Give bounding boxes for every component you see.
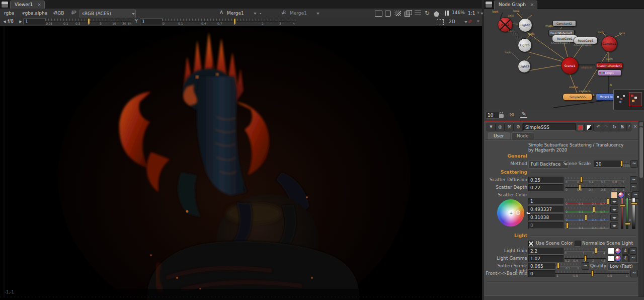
collapse-panel-icon[interactable]: ▼	[487, 123, 496, 131]
soften-slider[interactable]: 0 0.5 1	[555, 263, 580, 270]
view-mode-dropdown[interactable]: 2D	[447, 18, 468, 26]
roi-icon[interactable]	[437, 19, 444, 25]
soften-input[interactable]	[528, 263, 555, 270]
scene-scale-slider[interactable]: 0 1000	[620, 161, 629, 168]
pane-split-icon[interactable]	[1, 1, 9, 8]
soften-marker[interactable]	[557, 263, 559, 269]
pane-split-icon[interactable]	[485, 1, 493, 8]
layer-dropdown[interactable]: rgba.alpha	[21, 10, 56, 17]
blue-input[interactable]	[528, 214, 564, 221]
max-panels-input[interactable]	[486, 112, 500, 119]
node-simplesss[interactable]: SimpleSSS	[562, 93, 593, 101]
node-light5[interactable]: Light5	[518, 38, 532, 52]
minimap-viewport[interactable]	[629, 92, 642, 106]
color-picker-icon[interactable]	[615, 248, 621, 254]
gain-marker[interactable]	[595, 248, 597, 254]
tab-close-icon[interactable]: ×	[37, 2, 41, 7]
animation-button[interactable]: ~	[629, 255, 637, 262]
scatter-depth-slider[interactable]: 0 0.2 0.4 0.6 0.8 1	[566, 184, 625, 191]
channel-count-button[interactable]: 4	[622, 255, 629, 262]
input-process-toggle[interactable]: IP	[71, 10, 76, 15]
prev-icon[interactable]: ◀	[1, 19, 8, 25]
scatter-diffusion-input[interactable]	[528, 177, 564, 184]
tab-node[interactable]: Node	[511, 132, 534, 140]
wipe-icon[interactable]	[394, 11, 401, 16]
light-gain-slider[interactable]: 0 1 2 4	[565, 248, 606, 255]
nudge-buttons[interactable]: ◀▶	[610, 222, 618, 229]
paint-icon[interactable]: ✎	[466, 18, 472, 25]
light-gain-input[interactable]	[528, 248, 564, 255]
channel-count-button[interactable]: 4	[622, 248, 629, 255]
scatter-depth-input[interactable]	[528, 184, 564, 191]
gain-slider[interactable]: 0.01 0.1 0.3 1 3 10 30 64	[45, 18, 131, 25]
animation-button[interactable]: ~	[630, 176, 637, 184]
a-input-dropdown[interactable]: Merge1	[225, 10, 257, 17]
collapse-toolbar-icon[interactable]: »	[475, 9, 481, 16]
edit-icon[interactable]: ✎	[520, 111, 527, 118]
alpha-marker[interactable]	[566, 222, 569, 229]
mix-marker[interactable]	[591, 270, 594, 276]
collapse-toolbar-icon[interactable]: »	[475, 18, 481, 25]
v-handle[interactable]	[620, 204, 625, 207]
manage-knobs-icon[interactable]: ⚒	[505, 123, 514, 131]
close-all-panels-icon[interactable]: ⊠	[508, 112, 515, 118]
green-marker[interactable]	[593, 206, 595, 212]
gamma-marker[interactable]	[584, 255, 587, 261]
gate-display-icon[interactable]	[375, 11, 382, 17]
blue-marker[interactable]	[585, 214, 587, 220]
node-graph-canvas[interactable]: look axis look look axis look mapS look …	[484, 9, 644, 110]
animation-button[interactable]: ~	[629, 247, 637, 255]
light-gamma-slider[interactable]: 0.2 0.4 1 2 4.5	[565, 255, 606, 262]
properties-scrollbar[interactable]	[638, 121, 644, 297]
green-input[interactable]	[528, 206, 564, 213]
gamma-input[interactable]	[140, 18, 163, 25]
node-color-button[interactable]	[576, 123, 585, 131]
tab-user[interactable]: User	[488, 132, 510, 140]
scatter-diffusion-slider[interactable]: 0 0.2 0.4 0.6 0.8 1	[566, 177, 625, 184]
animation-button[interactable]: ~	[630, 160, 638, 168]
profile-button[interactable]	[585, 123, 594, 131]
nudge-buttons[interactable]: ◀▶	[610, 198, 618, 205]
layers-icon[interactable]	[405, 11, 411, 16]
node-light3[interactable]: Light3	[518, 60, 531, 73]
help-icon[interactable]: ?	[626, 123, 631, 131]
animation-button[interactable]: ~	[630, 270, 638, 277]
format-icon[interactable]	[385, 11, 391, 17]
color-wheel[interactable]: +	[497, 199, 524, 227]
node-constant2[interactable]: Constant2	[552, 20, 576, 27]
light-gain-swatch[interactable]	[608, 248, 614, 254]
wheel-marker[interactable]	[516, 210, 520, 215]
blue-slider[interactable]: 0 0.1 0.4 0.7	[566, 214, 609, 221]
viewer-canvas[interactable]: -1,-1	[0, 26, 482, 300]
mix-slider[interactable]: -1 -0.5 0.5 1	[555, 270, 629, 277]
proxy-icon[interactable]	[434, 11, 439, 17]
node-light2[interactable]: Light2	[518, 18, 532, 32]
close-panel-icon[interactable]: ×	[633, 123, 637, 130]
node-scene1[interactable]: Scene1	[561, 57, 579, 74]
settings-icon[interactable]: ⚙	[514, 123, 523, 131]
node-axis2[interactable]: Axis2	[498, 17, 513, 32]
nudge-buttons[interactable]: ◀▶	[610, 206, 618, 213]
red-input[interactable]	[528, 198, 564, 205]
red-marker[interactable]	[607, 198, 609, 204]
node-name-input[interactable]	[523, 123, 576, 131]
gain-input[interactable]	[23, 18, 46, 25]
gamma-marker[interactable]	[233, 18, 236, 24]
normalize-scene-light-checkbox[interactable]	[575, 241, 581, 247]
script-button[interactable]: S	[618, 123, 627, 131]
scrollbar-thumb[interactable]	[639, 127, 643, 178]
alpha-slider[interactable]: 0 0.1 0.4 0.7	[566, 222, 609, 230]
v-handle[interactable]	[631, 202, 637, 205]
vertical-color-sliders[interactable]: 1 0	[620, 198, 637, 229]
use-scene-color-checkbox[interactable]	[528, 241, 534, 247]
gamma-slider[interactable]: 0 0.1 0.4 0.7 1 2 3 4	[162, 18, 296, 25]
node-crop1[interactable]: Crop1	[598, 69, 621, 76]
light-gamma-swatch[interactable]	[608, 255, 614, 262]
v-handle[interactable]	[625, 222, 630, 225]
center-node-icon[interactable]: ◎	[496, 123, 505, 131]
animation-button[interactable]: ~	[582, 262, 589, 270]
aperture-label[interactable]: f/8	[8, 19, 14, 24]
color-picker-icon[interactable]	[615, 255, 621, 262]
diffusion-marker[interactable]	[580, 177, 583, 183]
node-scanlinerender1[interactable]: ScanlineRender1	[596, 62, 623, 69]
